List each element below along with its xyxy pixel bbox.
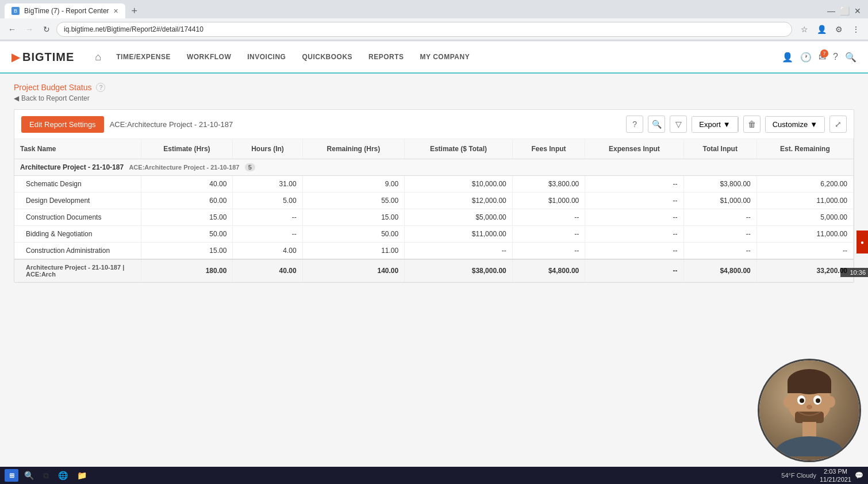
window-maximize[interactable]: ⬜ [840, 6, 850, 16]
fees-input-cell: -- [512, 209, 585, 226]
browser-nav-bar: ← → ↻ ☆ 👤 ⚙ ⋮ [0, 18, 868, 40]
export-button[interactable]: Export ▼ [692, 117, 738, 132]
fees-input-cell: $3,800.00 [512, 176, 585, 193]
estimate-total-cell: $11,000.00 [405, 226, 513, 243]
report-container: Edit Report Settings ACE:Architecture Pr… [14, 109, 854, 283]
nav-workflow[interactable]: WORKFLOW [179, 41, 239, 73]
tab-close-button[interactable]: × [114, 6, 118, 16]
nav-invoicing[interactable]: INVOICING [239, 41, 294, 73]
recording-indicator: ● [857, 231, 868, 253]
svg-point-10 [827, 396, 835, 408]
nav-my-company[interactable]: MY COMPANY [412, 41, 478, 73]
estimate-hrs-cell: 15.00 [141, 209, 233, 226]
header-actions: 👤 🕐 ✉ 7 ? 🔍 [782, 52, 857, 63]
task-name-cell: Schematic Design [14, 176, 141, 193]
search-report-button[interactable]: 🔍 [648, 116, 665, 133]
table-row: Schematic Design 40.00 31.00 9.00 $10,00… [14, 176, 854, 193]
subtotal-estimate-hrs: 180.00 [141, 259, 233, 282]
est-remaining-cell: 11,000.00 [756, 193, 853, 209]
back-button[interactable]: ← [5, 22, 20, 37]
remaining-hrs-cell: 55.00 [302, 193, 405, 209]
est-remaining-cell: 5,000.00 [756, 209, 853, 226]
toolbar-actions: ? 🔍 ▽ Export ▼ 🗑 Customize ▼ ⤢ [626, 116, 847, 133]
export-dropdown-arrow[interactable]: ▼ [723, 120, 731, 129]
col-est-remaining: Est. Remaining [756, 139, 853, 159]
svg-point-7 [806, 405, 812, 409]
table-row: Bidding & Negotiation 50.00 -- 50.00 $11… [14, 226, 854, 243]
report-table: Task Name Estimate (Hrs) Hours (In) Rema… [14, 139, 854, 282]
more-options-icon[interactable]: ⋮ [848, 22, 863, 37]
col-fees-input: Fees Input [512, 139, 585, 159]
report-name-label: ACE:Architecture Project - 21-10-187 [110, 120, 621, 129]
filter-report-button[interactable]: ▽ [670, 116, 687, 133]
browser-tab-active[interactable]: B BigTime (7) - Report Center × [5, 3, 125, 18]
expenses-input-cell: -- [585, 193, 683, 209]
estimate-hrs-cell: 15.00 [141, 243, 233, 260]
subtotal-remaining-hrs: 140.00 [302, 259, 405, 282]
mail-icon[interactable]: ✉ 7 [819, 52, 826, 63]
window-minimize[interactable]: — [827, 6, 835, 16]
estimate-total-cell: $10,000.00 [405, 176, 513, 193]
estimate-total-cell: -- [405, 243, 513, 260]
clock-icon[interactable]: 🕐 [800, 52, 812, 63]
forward-button[interactable]: → [22, 22, 37, 37]
hours-in-cell: -- [233, 226, 302, 243]
extensions-icon[interactable]: ⚙ [831, 22, 846, 37]
bookmark-icon[interactable]: ☆ [797, 22, 812, 37]
webcam-overlay [758, 359, 861, 462]
customize-button[interactable]: Customize ▼ [766, 117, 824, 132]
total-input-cell: $1,000.00 [683, 193, 756, 209]
table-row: Construction Documents 15.00 -- 15.00 $5… [14, 209, 854, 226]
subtotal-est-remaining: 33,200.00 [756, 259, 853, 282]
main-content: Project Budget Status ? ◀ Back to Report… [0, 74, 868, 467]
subtotal-hours-in: 40.00 [233, 259, 302, 282]
back-arrow-icon: ◀ [14, 94, 19, 102]
browser-tab-bar: B BigTime (7) - Report Center × + — ⬜ ✕ [0, 0, 868, 18]
col-expenses-input: Expenses Input [585, 139, 683, 159]
page-title[interactable]: Project Budget Status [14, 83, 91, 92]
estimate-hrs-cell: 40.00 [141, 176, 233, 193]
total-input-cell: -- [683, 243, 756, 260]
edit-report-settings-button[interactable]: Edit Report Settings [21, 116, 104, 133]
delete-report-button[interactable]: 🗑 [743, 116, 761, 133]
svg-point-5 [800, 398, 804, 403]
home-nav-button[interactable]: ⌂ [88, 51, 108, 63]
report-toolbar: Edit Report Settings ACE:Architecture Pr… [14, 110, 854, 139]
help-icon[interactable]: ? [833, 52, 838, 62]
table-scroll-area[interactable]: Task Name Estimate (Hrs) Hours (In) Rema… [14, 139, 854, 282]
fees-input-cell: -- [512, 226, 585, 243]
logo-icon: ▶ [11, 50, 20, 64]
address-bar[interactable] [56, 22, 792, 37]
table-body: Architecture Project - 21-10-187 ACE:Arc… [14, 159, 854, 282]
nav-time-expense[interactable]: TIME/EXPENSE [108, 41, 179, 73]
help-report-button[interactable]: ? [626, 116, 643, 133]
estimate-hrs-cell: 60.00 [141, 193, 233, 209]
new-tab-button[interactable]: + [128, 4, 141, 18]
svg-rect-2 [788, 382, 831, 393]
profile-icon[interactable]: 👤 [814, 22, 829, 37]
window-close[interactable]: ✕ [854, 6, 861, 16]
help-tooltip-icon[interactable]: ? [96, 83, 105, 92]
fullscreen-button[interactable]: ⤢ [829, 116, 847, 133]
svg-point-9 [783, 396, 792, 408]
logo-area: ▶ BIGTIME [11, 50, 74, 64]
total-input-cell: $3,800.00 [683, 176, 756, 193]
fees-input-cell: $1,000.00 [512, 193, 585, 209]
nav-quickbooks[interactable]: QUICKBOOKS [294, 41, 360, 73]
estimate-total-cell: $12,000.00 [405, 193, 513, 209]
search-icon[interactable]: 🔍 [845, 52, 857, 63]
col-total-input: Total Input [683, 139, 756, 159]
est-remaining-cell: -- [756, 243, 853, 260]
back-to-report-center[interactable]: ◀ Back to Report Center [14, 94, 854, 102]
user-icon[interactable]: 👤 [782, 52, 793, 63]
browser-chrome: B BigTime (7) - Report Center × + — ⬜ ✕ … [0, 0, 868, 41]
table-row: Design Development 60.00 5.00 55.00 $12,… [14, 193, 854, 209]
table-header: Task Name Estimate (Hrs) Hours (In) Rema… [14, 139, 854, 159]
nav-reports[interactable]: REPORTS [360, 41, 412, 73]
col-hours-in: Hours (In) [233, 139, 302, 159]
customize-dropdown-arrow[interactable]: ▼ [810, 120, 817, 129]
subtotal-label-cell: Architecture Project - 21-10-187 | ACE:A… [14, 259, 141, 282]
reload-button[interactable]: ↻ [39, 22, 54, 37]
task-name-cell: Bidding & Negotiation [14, 226, 141, 243]
remaining-hrs-cell: 50.00 [302, 226, 405, 243]
